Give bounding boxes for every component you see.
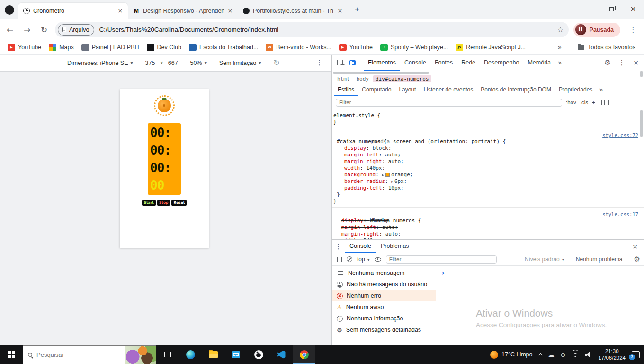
- onedrive-cloud-icon[interactable]: ☁: [548, 351, 555, 358]
- console-prompt-icon[interactable]: ›: [442, 269, 445, 277]
- tab-close-icon[interactable]: ×: [116, 7, 124, 15]
- sidebar-item-user-messages[interactable]: Não há mensagens do usuário: [332, 279, 436, 290]
- breadcrumb-selected[interactable]: div#caixa-numeros: [373, 75, 431, 82]
- more-panel-tabs-button[interactable]: »: [596, 86, 606, 93]
- stop-button[interactable]: Stop: [157, 200, 170, 206]
- bookmark-spotify[interactable]: ♪ Spotify – Web playe...: [376, 42, 452, 53]
- height-field[interactable]: 667: [168, 60, 178, 66]
- back-button[interactable]: ←: [3, 23, 17, 37]
- file-scheme-chip[interactable]: Arquivo: [58, 24, 94, 36]
- action-center-icon[interactable]: 3: [632, 351, 640, 358]
- css-property[interactable]: margin-rightauto;: [333, 158, 644, 165]
- bookmark-bem-vindo[interactable]: W Bem-vindo - Works...: [262, 42, 335, 53]
- taskbar-app-edge[interactable]: [179, 345, 202, 364]
- bookmark-escola[interactable]: Escola do Trabalhad...: [185, 42, 262, 53]
- tab-problemas[interactable]: Problemas: [376, 240, 414, 253]
- inspect-element-button[interactable]: [334, 56, 346, 69]
- css-property-overridden[interactable]: margin-leftauto;: [333, 224, 644, 231]
- css-property-border-radius[interactable]: border-radius▸6px;: [333, 178, 644, 185]
- computed-sidebar-icon[interactable]: [608, 100, 614, 105]
- drawer-menu-button[interactable]: ⋮: [335, 242, 342, 251]
- expand-icon[interactable]: ▸: [391, 179, 394, 184]
- tab-close-icon[interactable]: ×: [226, 7, 234, 15]
- weather-widget[interactable]: 17°C Limpo: [490, 351, 532, 359]
- search-input[interactable]: [36, 351, 112, 358]
- tab-listeners[interactable]: Listener de eventos: [420, 83, 477, 96]
- tab-github-portfolio[interactable]: Portifolio/style.css at main · Tha... ×: [238, 3, 348, 19]
- breadcrumb-body[interactable]: body: [354, 75, 372, 82]
- bookmark-star-icon[interactable]: ☆: [557, 25, 564, 34]
- bookmark-remote-js[interactable]: JS Remote JavaScript J...: [452, 42, 529, 53]
- search-promo-image[interactable]: [125, 346, 156, 364]
- zoom-dropdown[interactable]: 50% ▾: [190, 60, 207, 66]
- tab-close-icon[interactable]: ×: [336, 7, 344, 15]
- devtools-menu-button[interactable]: ⋮: [616, 56, 628, 69]
- css-property[interactable]: padding-left10px;: [333, 185, 644, 191]
- tab-design-responsivo[interactable]: M Design Responsivo - Aprenden... ×: [128, 3, 238, 19]
- css-property[interactable]: displayblock;: [333, 145, 644, 152]
- url-text[interactable]: C:/Users/Thais%20Carolina/Documents/Cron…: [99, 26, 553, 33]
- clear-console-icon[interactable]: [347, 256, 352, 262]
- tab-propriedades[interactable]: Propriedades: [555, 83, 596, 96]
- tab-search-icon[interactable]: [5, 5, 14, 15]
- device-toolbar-menu-button[interactable]: ⋮: [316, 58, 323, 67]
- bookmark-maps[interactable]: Maps: [45, 42, 78, 53]
- throttling-dropdown[interactable]: Sem limitação ▾: [219, 60, 261, 66]
- tab-elementos[interactable]: Elementos: [364, 55, 400, 71]
- css-property[interactable]: margin-leftauto;: [333, 152, 644, 158]
- devtools-close-button[interactable]: ×: [630, 56, 642, 69]
- start-button[interactable]: Start: [142, 200, 156, 206]
- more-tabs-button[interactable]: »: [555, 59, 565, 66]
- context-selector[interactable]: top ▾: [357, 256, 370, 263]
- volume-icon[interactable]: [585, 352, 592, 357]
- tab-memoria[interactable]: Memória: [523, 55, 555, 71]
- rule-selector[interactable]: #caixa-numeros {: [337, 138, 387, 145]
- devtools-settings-button[interactable]: ⚙: [601, 56, 614, 69]
- tab-fontes[interactable]: Fontes: [430, 55, 457, 71]
- browser-menu-button[interactable]: ⋮: [626, 23, 640, 37]
- toggle-device-toolbar-button[interactable]: [346, 56, 358, 69]
- sidebar-item-verbose[interactable]: ⚙ Sem mensagens detalhadas: [332, 324, 436, 336]
- reload-button[interactable]: ↻: [37, 23, 51, 37]
- css-property-overridden[interactable]: displayblock;: [333, 218, 644, 224]
- tab-computado[interactable]: Computado: [358, 83, 395, 96]
- breadcrumb-html[interactable]: html: [335, 75, 352, 82]
- horizontal-scrollbar[interactable]: [333, 72, 429, 74]
- address-bar[interactable]: Arquivo C:/Users/Thais%20Carolina/Docume…: [55, 22, 569, 37]
- expand-icon[interactable]: ▸: [382, 173, 384, 177]
- grid-overlay-icon[interactable]: [599, 100, 605, 105]
- tab-desempenho[interactable]: Desempenho: [480, 55, 523, 71]
- class-toggle[interactable]: .cls: [580, 100, 588, 105]
- network-icon[interactable]: ⊕: [561, 351, 566, 358]
- bookmark-youtube-2[interactable]: ▶ YouTube: [335, 42, 376, 53]
- profile-button[interactable]: Pausada: [573, 23, 620, 37]
- all-bookmarks-button[interactable]: Todos os favoritos: [573, 43, 640, 52]
- maximize-button[interactable]: [600, 0, 622, 18]
- console-sidebar-toggle-icon[interactable]: [336, 257, 342, 262]
- taskbar-app-explorer[interactable]: [202, 345, 224, 364]
- tab-rede[interactable]: Rede: [457, 55, 480, 71]
- tab-cronometro[interactable]: Cronômetro ×: [18, 3, 128, 19]
- tab-estilos[interactable]: Estilos: [334, 83, 358, 96]
- bookmark-youtube[interactable]: ▶ YouTube: [4, 42, 45, 53]
- reset-button[interactable]: Reset: [171, 200, 187, 206]
- live-expression-icon[interactable]: [375, 257, 381, 262]
- tab-console-drawer[interactable]: Console: [345, 240, 376, 253]
- pseudo-state-toggle[interactable]: :hov: [566, 100, 576, 105]
- tab-dom-breakpoints[interactable]: Pontos de interrupção DOM: [477, 83, 555, 96]
- start-button[interactable]: [0, 345, 23, 364]
- element-style-selector[interactable]: element.style: [333, 112, 374, 118]
- taskbar-search-box[interactable]: [23, 345, 156, 364]
- sidebar-item-info[interactable]: i Nenhuma informação: [332, 313, 436, 324]
- log-levels-dropdown[interactable]: Níveis padrão ▾: [525, 256, 564, 263]
- taskbar-app-mail[interactable]: [224, 345, 247, 364]
- console-messages-area[interactable]: › Ativar o Windows Acesse Configurações …: [436, 266, 644, 346]
- css-property[interactable]: width140px;: [333, 165, 644, 172]
- css-property-background[interactable]: background▸orange;: [333, 172, 644, 178]
- show-desktop-button[interactable]: [642, 345, 644, 364]
- width-field[interactable]: 375: [145, 60, 155, 66]
- hidden-icons-chevron[interactable]: [538, 353, 543, 358]
- taskbar-app-vscode[interactable]: [270, 345, 293, 364]
- close-window-button[interactable]: ×: [622, 0, 644, 18]
- style-source-link[interactable]: style.css:72: [602, 132, 638, 138]
